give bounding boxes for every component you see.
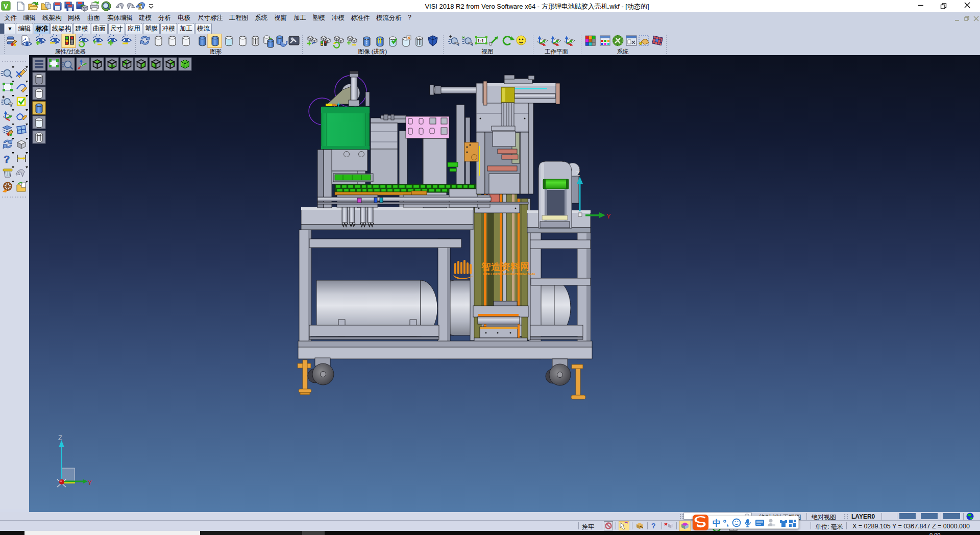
svg-text:中: 中 [713,519,721,527]
svg-text:?: ? [4,154,10,165]
svg-text:V: V [4,3,8,10]
svg-text:1:1: 1:1 [477,38,484,43]
